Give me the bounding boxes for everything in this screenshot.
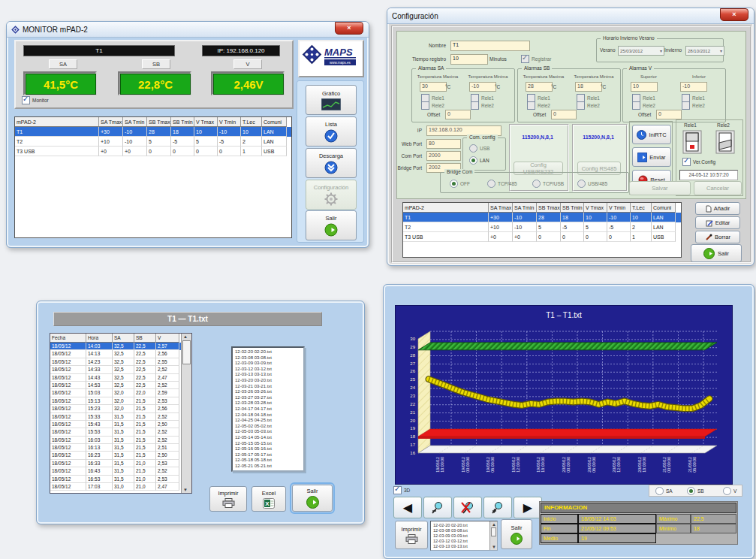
close-icon[interactable] (335, 22, 363, 35)
lista-button[interactable]: Lista (306, 116, 357, 147)
list-item[interactable]: 12-03-26 03-26.txt (235, 389, 301, 395)
configuracion-button[interactable]: Configuración (306, 180, 357, 210)
list-item[interactable]: 12-05-18 05-18.txt (235, 458, 301, 464)
list-item[interactable]: 12-03-27 03-27.txt (235, 395, 301, 401)
salir-button[interactable]: Salir (691, 244, 742, 262)
salvar-button[interactable]: Salvar (629, 181, 691, 195)
table-row[interactable]: T3 USB+0+000001USB (15, 147, 291, 156)
table-row[interactable]: 18/05/1216:1331,521,52,51 (50, 444, 181, 452)
sb-max-field[interactable]: 28 (526, 82, 553, 92)
bridge-usb485-radio[interactable] (577, 180, 586, 188)
v-max-rele2-checkbox[interactable] (632, 101, 640, 110)
bridge-tcpusb-radio[interactable] (532, 180, 541, 188)
enviar-button[interactable]: Enviar (632, 147, 671, 167)
list-item[interactable]: 12-05-21 05-21.txt (235, 464, 301, 470)
excel-button[interactable]: Excel X (251, 486, 286, 512)
close-icon[interactable] (720, 8, 748, 21)
config-titlebar[interactable]: Configuración (387, 8, 754, 24)
descarga-button[interactable]: Descarga (306, 148, 357, 178)
table-row[interactable]: 18/05/1217:0331,021,02,47 (50, 483, 181, 491)
table-row[interactable]: 18/05/1216:2331,521,52,50 (50, 452, 181, 459)
imprimir-button[interactable]: Imprimir (395, 521, 428, 549)
salir-button[interactable]: Salir (306, 210, 357, 240)
table-row[interactable]: 18/05/1216:3331,521,02,53 (50, 460, 181, 467)
invierno-select[interactable]: 28/10/2012▾ (685, 46, 724, 56)
anadir-button[interactable]: Añadir (695, 202, 740, 215)
nombre-field[interactable]: T1 (450, 41, 530, 51)
sb-min-rele2-checkbox[interactable] (577, 101, 585, 110)
file-listbox[interactable]: 12-02-20 02-20.txt12-03-08 03-08.txt12-0… (231, 346, 305, 472)
list-item[interactable]: 12-03-13 03-13.txt (433, 544, 487, 549)
v-min-rele2-checkbox[interactable] (682, 101, 690, 110)
list-item[interactable]: 12-03-21 03-21.txt (235, 384, 301, 390)
list-item[interactable]: 12-03-13 03-13.txt (235, 372, 301, 378)
file-listbox[interactable]: 12-02-20 02-20.txt12-03-08 03-08.txt12-0… (431, 521, 489, 550)
grafico-button[interactable]: Gráfico (306, 85, 357, 115)
table-row[interactable]: 18/05/1215:2332,021,52,56 (50, 405, 181, 412)
v-radio[interactable] (723, 487, 731, 495)
table-row[interactable]: T2+10-105-55-52LAN (403, 222, 681, 232)
table-row[interactable]: 18/05/1214:2332,522,52,55 (50, 358, 181, 366)
list-item[interactable]: 12-05-15 05-15.txt (235, 441, 301, 447)
table-row[interactable]: 18/05/1215:5331,521,52,52 (50, 428, 181, 436)
list-item[interactable]: 12-05-16 05-16.txt (235, 446, 301, 452)
list-item[interactable]: 12-03-09 03-09.txt (235, 361, 301, 367)
bridge-off-radio[interactable] (450, 180, 458, 188)
list-item[interactable]: 12-05-14 05-14.txt (235, 435, 301, 441)
imprimir-button[interactable]: Imprimir (209, 486, 247, 512)
lan-radio[interactable] (469, 156, 477, 165)
salir-button[interactable]: Salir (501, 519, 532, 549)
table-row[interactable]: 18/05/1215:0332,022,02,59 (50, 389, 181, 397)
list-item[interactable]: 12-05-02 05-02.txt (235, 424, 301, 430)
list-item[interactable]: 12-04-17 04-17.txt (235, 406, 301, 412)
monitor-checkbox[interactable] (22, 96, 30, 104)
web-port-field[interactable]: 80 (426, 139, 461, 149)
bridge-tcp485-radio[interactable] (487, 180, 495, 188)
rele2-switch-off[interactable] (715, 130, 735, 154)
cancelar-button[interactable]: Cancelar (694, 181, 742, 195)
table-row[interactable]: 18/05/1214:1332,522,52,56 (50, 350, 181, 358)
list-item[interactable]: 12-02-20 02-20.txt (235, 349, 301, 355)
table-row[interactable]: T1+30-10281810-1010LAN (15, 127, 291, 137)
v-min-field[interactable]: -10 (680, 82, 707, 92)
table-row[interactable]: 18/05/1214:3332,522,52,52 (50, 366, 181, 373)
table-row[interactable]: 18/05/1214:4332,522,52,47 (50, 374, 181, 382)
sa-max-field[interactable]: 30 (420, 82, 447, 92)
table-row[interactable]: 18/05/1215:1332,021,52,53 (50, 397, 181, 405)
list-item[interactable]: 12-04-25 04-25.txt (235, 418, 301, 424)
sa-radio[interactable] (655, 487, 664, 495)
com-port-field[interactable]: 2000 (426, 151, 461, 161)
table-row[interactable]: T2+10-105-55-52LAN (15, 137, 291, 147)
list-item[interactable]: 12-03-08 03-08.txt (433, 528, 487, 533)
list-item[interactable]: 12-05-17 05-17.txt (235, 452, 301, 458)
list-item[interactable]: 12-03-20 03-20.txt (433, 549, 487, 550)
table-row[interactable]: 18/05/1216:0331,521,52,52 (50, 437, 181, 444)
list-item[interactable]: 12-03-12 03-12.txt (235, 367, 301, 373)
table-row[interactable]: 18/05/1216:4331,521,52,52 (50, 467, 181, 475)
list-item[interactable]: 12-02-20 02-20.txt (433, 523, 487, 528)
table-row[interactable]: 18/05/1214:0332,522,52,57 (50, 343, 181, 350)
tiempo-field[interactable]: 10 (450, 54, 488, 65)
table-row[interactable]: 18/05/1214:5332,522,52,52 (50, 382, 181, 389)
editar-button[interactable]: Editar (695, 216, 740, 229)
v-max-field[interactable]: 10 (631, 82, 658, 92)
list-scrollbar[interactable] (489, 521, 497, 550)
zoom-out-button[interactable] (423, 497, 452, 518)
zoom-in-button[interactable] (483, 497, 512, 518)
inirtc-button[interactable]: IniRTC (632, 125, 671, 144)
list-item[interactable]: 12-04-18 04-18.txt (235, 412, 301, 418)
table-row[interactable]: T1+30-10281810-1010LAN (403, 213, 681, 222)
sb-min-field[interactable]: 18 (575, 82, 602, 92)
sb-radio[interactable] (687, 487, 695, 495)
table-row[interactable]: T3 USB+0+000001USB (403, 232, 681, 242)
table-row[interactable]: 18/05/1216:5331,521,02,53 (50, 476, 181, 483)
sa-offset-field[interactable]: 0 (445, 110, 471, 119)
list-item[interactable]: 12-05-03 05-03.txt (235, 429, 301, 435)
v-offset-field[interactable]: 0 (656, 110, 682, 119)
sb-max-rele2-checkbox[interactable] (527, 101, 535, 110)
borrar-button[interactable]: Borrar (695, 231, 740, 243)
table-row[interactable]: 18/05/1215:3331,521,52,52 (50, 413, 181, 421)
ver-config-checkbox[interactable] (682, 158, 691, 166)
table-row[interactable]: 18/05/1215:4331,521,52,50 (50, 421, 181, 428)
list-item[interactable]: 12-03-09 03-09.txt (433, 533, 487, 539)
